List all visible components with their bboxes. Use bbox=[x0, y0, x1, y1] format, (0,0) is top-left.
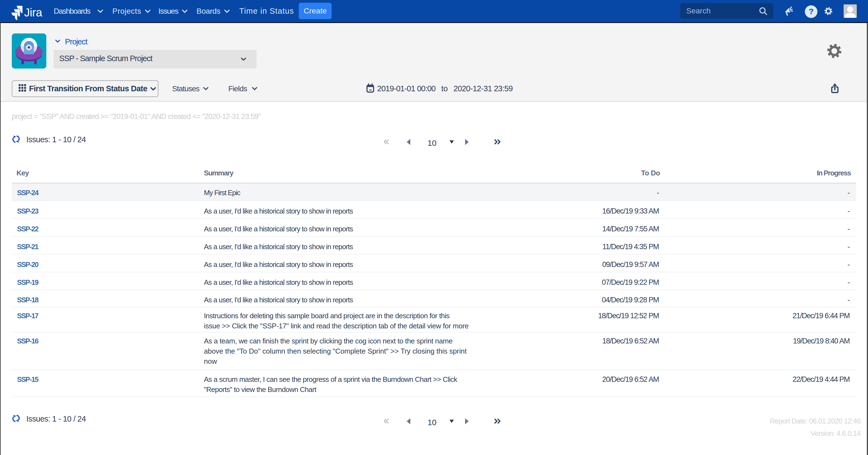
svg-text:?: ? bbox=[809, 7, 814, 16]
